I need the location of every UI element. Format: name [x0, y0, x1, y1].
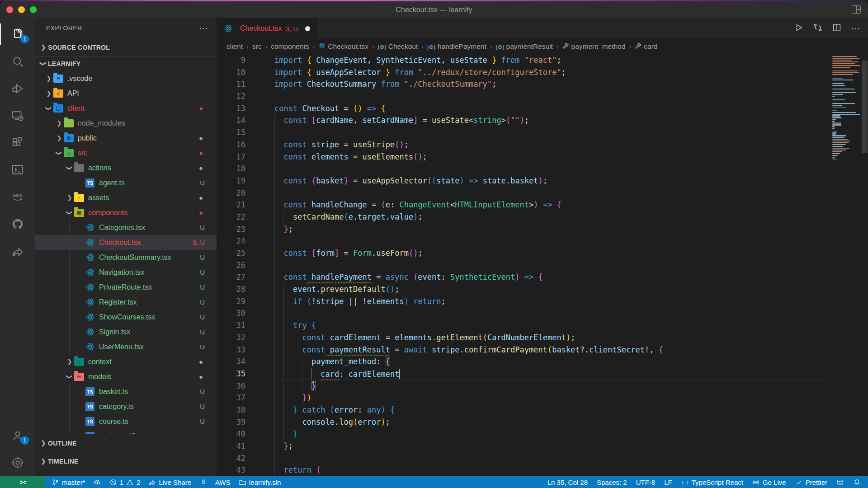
- tree-folder-assets[interactable]: ❯≡assets●: [35, 190, 217, 205]
- code-line-19[interactable]: 19 const {basket} = useAppSelector((stat…: [217, 175, 830, 187]
- tree-folder-models[interactable]: ❯≔models●: [35, 369, 217, 384]
- tree-file-category.ts[interactable]: TScategory.tsU: [35, 399, 217, 414]
- code-line-42[interactable]: 42: [217, 452, 830, 465]
- code-line-12[interactable]: 12: [217, 90, 830, 103]
- code-line-22[interactable]: 22 setCardName(e.target.value);: [217, 211, 830, 223]
- code-line-10[interactable]: 10import { useAppSelector } from "../red…: [217, 66, 830, 79]
- tree-folder-actions[interactable]: ❯actions●: [35, 160, 217, 175]
- code-line-41[interactable]: 41 };: [217, 440, 830, 452]
- code-line-17[interactable]: 17 const elements = useElements();: [217, 151, 830, 163]
- code-line-35[interactable]: 35 card: cardElement: [217, 368, 830, 380]
- code-line-15[interactable]: 15: [217, 127, 830, 139]
- tree-folder-client[interactable]: ❯▢client●: [35, 101, 217, 116]
- tree-file-course.ts[interactable]: TScourse.tsU: [35, 414, 217, 429]
- activity-accounts-icon[interactable]: 1: [0, 422, 35, 449]
- code-line-40[interactable]: 40 }: [217, 428, 830, 440]
- code-line-38[interactable]: 38 } catch (error: any) {: [217, 404, 830, 416]
- code-line-11[interactable]: 11import CheckoutSummary from "./Checkou…: [217, 78, 830, 90]
- code-line-36[interactable]: 36 }: [217, 380, 830, 392]
- code-line-31[interactable]: 31 try {: [217, 319, 830, 332]
- tree-file-paginatedCourse.ts[interactable]: TSpaginatedCourse.tsU: [35, 429, 217, 434]
- code-line-24[interactable]: 24: [217, 235, 830, 247]
- status-sync[interactable]: [94, 479, 101, 486]
- code-line-39[interactable]: 39 console.log(error);: [217, 416, 830, 428]
- section-timeline[interactable]: ❯ TIMELINE: [35, 452, 217, 470]
- breadcrumb-item-src[interactable]: src: [252, 42, 262, 51]
- breadcrumb-item-payment_method[interactable]: payment_method: [562, 42, 626, 51]
- breadcrumb-item-paymentResult[interactable]: [⊘]paymentResult: [495, 42, 553, 51]
- code-line-9[interactable]: 9import { ChangeEvent, SyntheticEvent, u…: [217, 54, 830, 66]
- section-outline[interactable]: ❯ OUTLINE: [35, 434, 217, 452]
- code-line-32[interactable]: 32 const cardElement = elements.getEleme…: [217, 332, 830, 344]
- code-line-27[interactable]: 27 const handlePayment = async (event: S…: [217, 271, 830, 283]
- activity-github-icon[interactable]: [0, 211, 35, 238]
- tree-file-CheckoutSummary.tsx[interactable]: CheckoutSummary.tsxU: [35, 250, 217, 265]
- code-line-25[interactable]: 25 const [form] = Form.useForm();: [217, 247, 830, 259]
- activity-explorer-icon[interactable]: 1: [0, 21, 35, 48]
- section-workspace[interactable]: ❯ LEARNIFY: [35, 56, 217, 71]
- activity-live-share-icon[interactable]: [0, 238, 35, 265]
- status-notifications[interactable]: [853, 479, 861, 486]
- status-cursor-position[interactable]: Ln 35, Col 28: [547, 479, 588, 486]
- status-flame[interactable]: [199, 479, 207, 486]
- code-editor[interactable]: 9import { ChangeEvent, SyntheticEvent, u…: [217, 54, 868, 476]
- status-feedback[interactable]: [836, 479, 844, 486]
- breadcrumb-item-Checkout.tsx[interactable]: Checkout.tsx: [318, 42, 368, 51]
- code-line-14[interactable]: 14 const [cardName, setCardName] = useSt…: [217, 114, 830, 127]
- code-line-29[interactable]: 29 if (!stripe || !elements) return;: [217, 296, 830, 308]
- code-line-18[interactable]: 18: [217, 163, 830, 175]
- code-line-23[interactable]: 23 };: [217, 223, 830, 235]
- code-line-20[interactable]: 20: [217, 187, 830, 199]
- status-language-mode[interactable]: { }TypeScript React: [681, 479, 743, 486]
- breadcrumb-item-Checkout[interactable]: [⊘]Checkout: [378, 42, 418, 51]
- status-encoding[interactable]: UTF-8: [636, 479, 656, 486]
- status-eol[interactable]: LF: [664, 479, 672, 486]
- breadcrumb-item-client[interactable]: client: [226, 42, 243, 51]
- code-line-33[interactable]: 33 const paymentResult = await stripe.co…: [217, 344, 830, 356]
- tree-folder-node_modules[interactable]: ❯node_modules: [35, 116, 217, 131]
- run-code-icon[interactable]: [794, 23, 804, 34]
- customize-layout-icon[interactable]: [852, 5, 861, 14]
- code-line-34[interactable]: 34 payment_method: {: [217, 356, 830, 368]
- open-changes-icon[interactable]: [813, 23, 823, 34]
- tree-file-Categories.tsx[interactable]: Categories.tsxU: [35, 220, 217, 235]
- status-indentation[interactable]: Spaces: 2: [597, 479, 627, 486]
- tree-folder-API[interactable]: ❯#API: [35, 86, 217, 101]
- tree-file-ShowCourses.tsx[interactable]: ShowCourses.tsxU: [35, 310, 217, 324]
- activity-run-debug-icon[interactable]: [0, 75, 35, 102]
- activity-settings-icon[interactable]: [0, 449, 35, 476]
- status-live-share[interactable]: Live Share: [148, 479, 191, 486]
- status-prettier[interactable]: Prettier: [795, 479, 827, 486]
- remote-indicator[interactable]: ><: [0, 476, 45, 488]
- activity-terminal-icon[interactable]: [0, 156, 35, 183]
- code-line-43[interactable]: 43 return (: [217, 464, 830, 476]
- editor-scrollbar[interactable]: [861, 54, 868, 476]
- tree-file-basket.ts[interactable]: TSbasket.tsU: [35, 384, 217, 399]
- activity-extensions-icon[interactable]: [0, 129, 35, 156]
- tree-folder-context[interactable]: ❯♁context●: [35, 354, 217, 369]
- tab-modified-dot[interactable]: [305, 26, 310, 31]
- breadcrumb-item-components[interactable]: components: [271, 42, 309, 51]
- close-window-button[interactable]: [6, 6, 13, 13]
- status-solution[interactable]: learnify.sln: [239, 479, 281, 486]
- tree-file-PrivateRoute.tsx[interactable]: PrivateRoute.tsxU: [35, 280, 217, 295]
- explorer-more-actions-icon[interactable]: ···: [199, 23, 208, 33]
- tree-folder-src[interactable]: ❯‹›src●: [35, 145, 217, 160]
- tree-file-Signin.tsx[interactable]: Signin.tsxU: [35, 324, 217, 339]
- section-source-control[interactable]: ❯ SOURCE CONTROL: [35, 38, 217, 56]
- minimize-window-button[interactable]: [18, 6, 25, 13]
- code-line-13[interactable]: 13const Checkout = () => {: [217, 103, 830, 115]
- breadcrumb-item-handlePayment[interactable]: [⊘]handlePayment: [427, 42, 486, 51]
- minimap[interactable]: [830, 54, 861, 476]
- breadcrumb-item-card[interactable]: card: [635, 42, 657, 51]
- tree-file-Register.tsx[interactable]: Register.tsxU: [35, 295, 217, 310]
- more-actions-icon[interactable]: ⋯: [851, 23, 860, 34]
- tab-checkout-tsx[interactable]: Checkout.tsx 3, U: [217, 18, 318, 39]
- status-problems[interactable]: 12: [109, 479, 141, 486]
- split-editor-icon[interactable]: [832, 23, 842, 34]
- tree-file-Navigation.tsx[interactable]: Navigation.tsxU: [35, 265, 217, 280]
- activity-search-icon[interactable]: [0, 48, 35, 75]
- status-aws[interactable]: AWS: [215, 479, 231, 486]
- code-line-21[interactable]: 21 const handleChange = (e: ChangeEvent<…: [217, 199, 830, 211]
- tree-file-UserMenu.tsx[interactable]: UserMenu.tsxU: [35, 339, 217, 354]
